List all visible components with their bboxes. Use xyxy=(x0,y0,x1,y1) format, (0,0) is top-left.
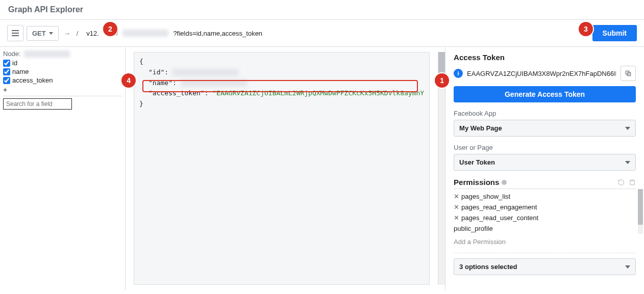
copy-icon xyxy=(625,70,632,77)
caret-down-icon xyxy=(625,161,630,164)
remove-perm-icon[interactable]: ✕ xyxy=(454,214,459,222)
token-display-row: i EAAGRVZA1ZCjUIBAM3X8Wpr2nEX7hFapDN66IH… xyxy=(454,66,636,81)
permission-label: pages_read_engagement xyxy=(461,203,537,211)
header-bar: Graph API Explorer xyxy=(0,0,644,20)
redacted-node-name xyxy=(24,50,70,58)
left-sidebar: Node: id name access_token + xyxy=(0,47,126,290)
response-column: { "id": "name": "access_token": "EAAGRVZ… xyxy=(126,47,445,290)
json-key-name: "name" xyxy=(148,79,172,87)
user-page-value: User Token xyxy=(459,158,495,166)
field-label: id xyxy=(12,59,17,67)
info-icon[interactable]: i xyxy=(454,69,463,78)
field-checkbox[interactable] xyxy=(3,60,10,67)
http-method-label: GET xyxy=(32,30,46,37)
field-item-id[interactable]: id xyxy=(3,59,122,67)
redacted-name-value xyxy=(181,79,247,87)
permission-item[interactable]: ✕ pages_read_user_content xyxy=(454,212,636,223)
remove-perm-icon[interactable]: ✕ xyxy=(454,203,459,211)
token-text: EAAGRVZA1ZCjUIBAM3X8Wpr2nEX7hFapDN66IHgo… xyxy=(467,70,616,77)
trash-icon[interactable] xyxy=(629,179,636,186)
caret-down-icon xyxy=(625,265,630,269)
facebook-app-value: My Web Page xyxy=(459,124,502,132)
callout-4: 4 xyxy=(121,73,136,88)
slash-separator: / xyxy=(76,30,80,37)
permission-label: public_profile xyxy=(454,225,493,232)
add-field-button[interactable]: + xyxy=(3,85,122,95)
hamburger-button[interactable] xyxy=(7,25,23,41)
submit-button[interactable]: Submit xyxy=(592,25,637,41)
permissions-title: Permissions xyxy=(454,178,499,186)
permissions-scrollbar[interactable] xyxy=(638,189,643,234)
api-version[interactable]: v12. xyxy=(82,26,103,40)
svg-point-2 xyxy=(502,180,507,185)
permission-label: pages_show_list xyxy=(461,193,510,200)
permissions-header: Permissions xyxy=(454,178,636,186)
svg-rect-3 xyxy=(630,180,634,184)
callout-2: 2 xyxy=(103,22,117,36)
divider xyxy=(3,96,122,96)
generate-token-button[interactable]: Generate Access Token xyxy=(454,86,636,102)
right-sidebar: Access Token i EAAGRVZA1ZCjUIBAM3X8Wpr2n… xyxy=(445,47,644,290)
callout-3: 3 xyxy=(579,22,593,36)
permissions-list: ✕ pages_show_list ✕ pages_read_engagemen… xyxy=(454,189,636,234)
user-page-select[interactable]: User Token xyxy=(454,154,636,171)
info-circle-icon[interactable] xyxy=(501,179,507,185)
http-method-select[interactable]: GET xyxy=(27,26,59,41)
request-toolbar: GET → / v12. 2 / 3 Submit xyxy=(0,20,644,47)
query-input[interactable] xyxy=(171,26,589,40)
undo-icon[interactable] xyxy=(617,179,625,186)
field-item-name[interactable]: name xyxy=(3,67,122,76)
field-label: access_token xyxy=(12,76,53,84)
access-token-title: Access Token xyxy=(454,53,636,62)
caret-down-icon xyxy=(49,32,53,35)
page-title: Graph API Explorer xyxy=(8,5,636,14)
main-area: Node: id name access_token + { "id": xyxy=(0,47,644,290)
field-checkbox[interactable] xyxy=(3,68,10,75)
json-key-id: "id" xyxy=(148,68,164,76)
add-permission-button[interactable]: Add a Permission xyxy=(454,234,636,253)
node-label-row: Node: xyxy=(3,50,122,58)
permissions-list-wrapper: ✕ pages_show_list ✕ pages_read_engagemen… xyxy=(454,189,636,234)
permission-label: pages_read_user_content xyxy=(461,214,538,222)
field-list: id name access_token xyxy=(3,59,122,85)
permission-item[interactable]: ✕ pages_show_list xyxy=(454,191,636,202)
redacted-node-id xyxy=(122,30,168,37)
arrow-separator: → xyxy=(62,30,72,37)
user-page-label: User or Page xyxy=(454,144,636,151)
field-checkbox[interactable] xyxy=(3,77,10,84)
remove-perm-icon[interactable]: ✕ xyxy=(454,193,459,200)
permission-item[interactable]: public_profile xyxy=(454,223,636,234)
field-item-access-token[interactable]: access_token xyxy=(3,76,122,85)
perm-select-label: 3 options selected xyxy=(459,263,517,271)
response-body[interactable]: { "id": "name": "access_token": "EAAGRVZ… xyxy=(134,52,430,285)
permission-options-select[interactable]: 3 options selected xyxy=(454,258,636,275)
redacted-id-value xyxy=(172,69,239,76)
scrollbar-thumb[interactable] xyxy=(638,189,643,225)
callout-1: 1 xyxy=(435,73,449,88)
facebook-app-select[interactable]: My Web Page xyxy=(454,120,636,137)
facebook-app-label: Facebook App xyxy=(454,110,636,117)
field-label: name xyxy=(12,68,29,75)
copy-token-button[interactable] xyxy=(621,66,636,81)
permission-item[interactable]: ✕ pages_read_engagement xyxy=(454,202,636,212)
json-value-token: "EAAGRVZA1ZCjUIBALmL2WRjpQXMwDwPFZCKcKx5… xyxy=(212,89,424,97)
search-field-input[interactable] xyxy=(3,98,72,110)
caret-down-icon xyxy=(625,127,630,130)
json-key-token: "access_token" xyxy=(148,89,205,97)
